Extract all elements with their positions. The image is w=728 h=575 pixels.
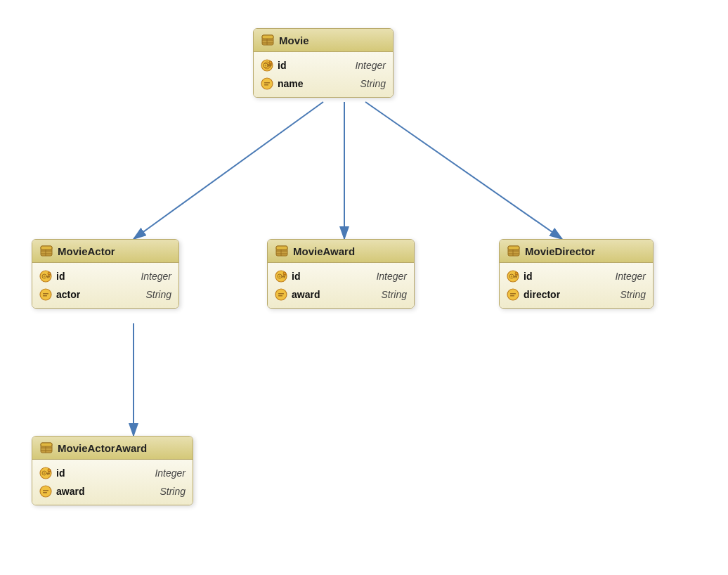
entity-movie-field-id: id Integer <box>254 56 393 75</box>
svg-rect-23 <box>41 246 52 250</box>
field-id-type-5: Integer <box>141 467 186 479</box>
svg-rect-51 <box>278 295 282 297</box>
entity-movieaward-body: id Integer award String <box>268 263 414 308</box>
entity-movieactor-field-id: id Integer <box>32 267 178 285</box>
svg-rect-50 <box>278 293 284 295</box>
entity-movieaward-field-id: id Integer <box>268 267 414 285</box>
entity-moviedirector-field-director: director String <box>500 285 653 304</box>
svg-point-63 <box>515 272 518 275</box>
svg-rect-66 <box>510 295 514 297</box>
svg-point-29 <box>44 276 46 278</box>
svg-rect-47 <box>282 277 284 278</box>
field-id-name-4: id <box>524 271 573 282</box>
svg-rect-15 <box>268 65 271 67</box>
field-actor-name: actor <box>56 289 105 300</box>
svg-point-64 <box>507 289 519 300</box>
svg-line-3 <box>365 102 562 239</box>
entity-moviedirector-body: id Integer director String <box>500 263 653 308</box>
entity-movieactoraward-field-id: id Integer <box>32 464 193 482</box>
entity-movieactoraward-title: MovieActorAward <box>58 442 147 454</box>
pk-icon-4 <box>507 270 519 283</box>
field-name-name: name <box>278 78 327 89</box>
entity-moviedirector-header: MovieDirector <box>500 240 653 263</box>
svg-rect-81 <box>43 492 47 493</box>
svg-rect-45 <box>282 276 285 278</box>
svg-rect-46 <box>284 277 285 278</box>
svg-rect-31 <box>48 277 50 278</box>
svg-point-49 <box>275 289 287 300</box>
entity-movieactor-header: MovieActor <box>32 240 178 263</box>
svg-rect-65 <box>510 293 516 295</box>
field-icon-4 <box>507 288 519 301</box>
field-director-name: director <box>524 289 573 300</box>
entity-movie: Movie id <box>253 28 394 98</box>
field-award-type-2: String <box>145 486 186 497</box>
field-id-type-4: Integer <box>601 271 646 282</box>
field-id-name: id <box>278 60 327 71</box>
field-director-type: String <box>606 289 646 300</box>
svg-rect-30 <box>46 276 50 278</box>
field-award-name: award <box>292 289 341 300</box>
svg-rect-60 <box>514 276 517 278</box>
entity-movieactoraward-body: id Integer award String <box>32 460 193 505</box>
svg-rect-17 <box>268 66 270 67</box>
entity-movieactoraward: MovieActorAward id Integer <box>32 436 193 505</box>
field-id-name-5: id <box>56 467 105 479</box>
entity-movieaward-field-award: award String <box>268 285 414 304</box>
table-icon-2 <box>39 244 53 258</box>
entity-movieaward: MovieAward id Integer <box>267 239 415 309</box>
svg-line-1 <box>134 102 323 239</box>
svg-rect-62 <box>514 277 516 278</box>
field-award-name-2: award <box>56 486 105 497</box>
svg-point-34 <box>40 289 51 300</box>
entity-movieactoraward-field-award: award String <box>32 482 193 500</box>
pk-icon-3 <box>275 270 287 283</box>
entity-moviedirector-field-id: id Integer <box>500 267 653 285</box>
svg-point-33 <box>48 272 51 275</box>
svg-rect-77 <box>47 474 48 475</box>
svg-rect-35 <box>43 293 48 295</box>
table-icon-5 <box>39 441 53 455</box>
entity-movieaward-header: MovieAward <box>268 240 414 263</box>
svg-point-59 <box>511 276 513 278</box>
pk-icon-2 <box>39 270 52 283</box>
svg-rect-36 <box>43 295 47 297</box>
field-id-type-3: Integer <box>362 271 407 282</box>
entity-movie-field-name: name String <box>254 75 393 93</box>
field-icon <box>261 77 273 90</box>
svg-point-14 <box>265 65 267 67</box>
entity-moviedirector-title: MovieDirector <box>525 245 595 257</box>
entity-movieactor-field-actor: actor String <box>32 285 178 304</box>
entity-movie-title: Movie <box>279 34 309 46</box>
field-id-name-2: id <box>56 271 105 282</box>
diagram-container: Movie id <box>0 0 728 575</box>
entity-movie-header: Movie <box>254 29 393 52</box>
entity-movieactor-body: id Integer actor String <box>32 263 178 308</box>
entity-movieactor: MovieActor id Integer <box>32 239 179 309</box>
field-icon-2 <box>39 288 52 301</box>
field-name-type: String <box>346 78 386 89</box>
svg-rect-16 <box>270 66 271 67</box>
field-actor-type: String <box>131 289 171 300</box>
svg-rect-76 <box>48 474 50 475</box>
svg-point-48 <box>283 272 286 275</box>
svg-rect-21 <box>264 84 268 86</box>
svg-point-18 <box>269 61 272 64</box>
entity-movieaward-title: MovieAward <box>293 245 355 257</box>
field-id-type-2: Integer <box>126 271 171 282</box>
svg-point-74 <box>44 472 46 474</box>
svg-rect-61 <box>516 277 517 278</box>
svg-rect-6 <box>262 35 273 39</box>
table-icon-4 <box>507 244 521 258</box>
svg-point-44 <box>279 276 281 278</box>
entity-movie-body: id Integer name String <box>254 52 393 97</box>
entity-movieactoraward-header: MovieActorAward <box>32 437 193 460</box>
svg-rect-68 <box>41 443 52 446</box>
svg-rect-80 <box>43 490 48 491</box>
table-icon-3 <box>275 244 289 258</box>
svg-rect-20 <box>264 82 270 84</box>
svg-rect-53 <box>508 246 519 250</box>
svg-rect-75 <box>46 473 50 474</box>
svg-point-78 <box>48 469 51 472</box>
table-icon <box>261 33 275 47</box>
